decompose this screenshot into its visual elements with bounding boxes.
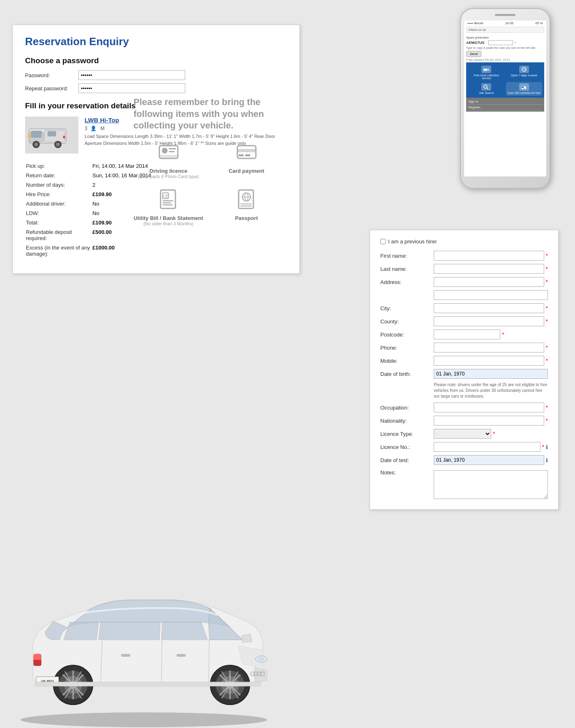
occupation-input[interactable] — [434, 403, 544, 412]
passport-icon — [234, 187, 259, 212]
nationality-label: Nationality: — [380, 418, 434, 424]
city-row: City: * — [380, 303, 548, 313]
notes-label: Notes: — [380, 469, 434, 476]
svg-rect-18 — [239, 154, 244, 156]
collection-icon — [481, 66, 491, 73]
svg-point-50 — [258, 657, 264, 661]
city-input[interactable] — [434, 303, 544, 313]
phone-nav-section: Sign in Register — [466, 98, 544, 112]
phone-features-grid: Free local collection service Open 7 da — [468, 64, 542, 96]
phone-input[interactable] — [434, 343, 544, 353]
reminder-item-card-payment: Card payment — [212, 140, 281, 179]
svg-point-43 — [21, 712, 267, 727]
mobile-required: * — [546, 357, 548, 364]
last-name-required: * — [546, 266, 548, 272]
notes-textarea[interactable] — [434, 470, 548, 499]
last-name-input[interactable] — [434, 264, 544, 274]
svg-rect-3 — [31, 131, 41, 137]
phone-screen: ••••• lifecell 16:35 65 % intack.co.uk S… — [464, 21, 546, 176]
page-title: Reservation Enquiry — [25, 35, 287, 48]
nationality-input[interactable] — [434, 416, 544, 426]
first-name-label: First name: — [380, 253, 434, 259]
previous-hirer-checkbox[interactable] — [380, 239, 386, 244]
svg-marker-33 — [488, 69, 489, 71]
vehicles-icon — [519, 83, 529, 91]
dob-input[interactable] — [434, 369, 548, 379]
address-line2-input[interactable] — [434, 290, 548, 300]
open7-icon — [519, 66, 529, 73]
phone-send-button[interactable]: Send — [466, 51, 481, 57]
feature-vehicles-label: Over 300 vehicles for hire — [508, 92, 540, 94]
card-payment-icon — [234, 140, 259, 165]
password-label: Password: — [25, 72, 78, 78]
phone-spam-label: Spam protection: — [466, 36, 544, 39]
licence-no-row: Licence No.: * ℹ — [380, 442, 548, 452]
mobile-input[interactable] — [434, 356, 544, 366]
phone-feature-vehicles[interactable]: Over 300 vehicles for hire — [506, 82, 543, 96]
driving-licence-sublabel: (Both parts if Photo Card type) — [138, 174, 199, 179]
svg-rect-14 — [169, 148, 176, 149]
repeat-password-label: Repeat password: — [25, 85, 78, 92]
reminder-items: Driving licence (Both parts if Photo Car… — [133, 140, 281, 226]
postcode-input[interactable] — [434, 330, 500, 339]
deposit-label: Refundable deposit required: — [26, 228, 92, 243]
phone-spam-hint: Type or copy & paste the code you see on… — [466, 46, 544, 49]
address-input[interactable] — [434, 277, 544, 287]
reminder-title: Please remember to bring the following i… — [133, 96, 281, 132]
licence-type-label: Licence Type: — [380, 431, 434, 437]
feature-open7-label: Open 7 days a week — [511, 74, 537, 77]
car-image: UK REG — [0, 556, 288, 728]
licence-type-row: Licence Type: * — [380, 429, 548, 439]
password-input[interactable] — [78, 70, 185, 80]
licence-type-select[interactable] — [434, 429, 491, 439]
address-required: * — [546, 279, 548, 285]
svg-rect-10 — [63, 136, 65, 138]
city-label: City: — [380, 305, 434, 311]
phone-mockup: ••••• lifecell 16:35 65 % intack.co.uk S… — [460, 8, 550, 189]
reminder-item-utility-bill: UB Utility Bill / Bank Statement (No old… — [133, 187, 203, 226]
phone-feature-collection[interactable]: Free local collection service — [468, 64, 505, 81]
mobile-label: Mobile: — [380, 358, 434, 364]
utility-bill-icon: UB — [156, 187, 181, 212]
phone-spam-input[interactable] — [488, 40, 513, 45]
phone-url-bar[interactable]: intack.co.uk — [466, 27, 544, 33]
phone-row: Phone: * — [380, 343, 548, 353]
phone-nav-register[interactable]: Register — [468, 105, 542, 110]
occupation-required: * — [546, 404, 548, 411]
first-name-input[interactable] — [434, 251, 544, 261]
feature-search-label: Site Search — [479, 92, 494, 94]
date-of-test-info-icon[interactable]: ℹ — [546, 457, 548, 463]
svg-text:UB: UB — [163, 194, 169, 199]
phone-feature-open7[interactable]: Open 7 days a week — [506, 64, 543, 81]
svg-rect-19 — [245, 154, 250, 156]
phone-spam-code: AEMG7US — [466, 41, 487, 45]
svg-rect-47 — [121, 654, 130, 657]
previous-hirer-row: I am a previous hirer — [380, 238, 548, 245]
pickup-label: Pick up: — [26, 162, 92, 170]
password-heading: Choose a password — [25, 56, 287, 65]
address-label: Address: — [380, 279, 434, 285]
licence-no-info-icon[interactable]: ℹ — [546, 444, 548, 450]
person-icon: 👤 — [90, 126, 97, 131]
county-input[interactable] — [434, 316, 544, 326]
phone-feature-search[interactable]: Site Search — [468, 82, 505, 96]
excess-value: £1000.00 — [92, 243, 286, 258]
date-of-test-input[interactable] — [434, 455, 544, 465]
first-name-row: First name: * — [380, 251, 548, 261]
licence-no-input[interactable] — [434, 442, 540, 452]
licence-no-required: * — [542, 444, 544, 450]
phone-nav-signin[interactable]: Sign in — [468, 99, 542, 105]
last-name-label: Last name: — [380, 266, 434, 272]
vehicle-image — [25, 117, 78, 153]
svg-point-6 — [34, 143, 38, 146]
excess-label: Excess (in the event of any damage): — [26, 243, 92, 258]
car-image-area: UK REG — [0, 556, 288, 728]
phone-outer: ••••• lifecell 16:35 65 % intack.co.uk S… — [460, 8, 550, 189]
phone-battery: 65 % — [536, 21, 543, 25]
dob-row: Date of birth: — [380, 369, 548, 379]
driving-licence-label: Driving licence — [150, 168, 187, 174]
svg-rect-79 — [35, 682, 261, 686]
county-required: * — [546, 318, 548, 325]
last-name-row: Last name: * — [380, 264, 548, 274]
phone-speaker — [495, 14, 515, 16]
